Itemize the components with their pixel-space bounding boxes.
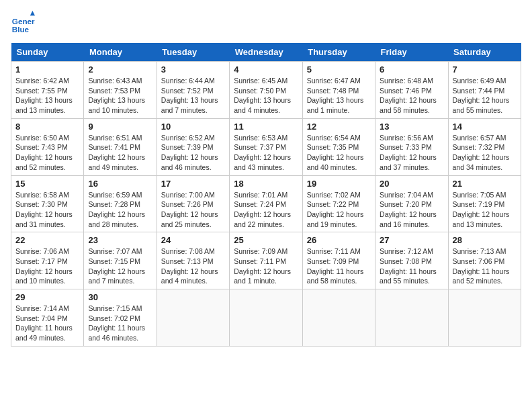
day-info: Sunrise: 6:45 AM Sunset: 7:50 PM Dayligh…: [234, 76, 298, 116]
day-number: 27: [380, 235, 443, 245]
day-number: 20: [380, 179, 443, 189]
calendar-week-row: 8Sunrise: 6:50 AM Sunset: 7:43 PM Daylig…: [11, 118, 521, 175]
calendar-cell: [157, 289, 229, 347]
logo: General Blue: [11, 11, 38, 35]
day-number: 30: [88, 292, 152, 302]
calendar-week-row: 29Sunrise: 7:14 AM Sunset: 7:04 PM Dayli…: [11, 289, 521, 347]
day-info: Sunrise: 7:15 AM Sunset: 7:02 PM Dayligh…: [88, 304, 152, 343]
day-info: Sunrise: 7:07 AM Sunset: 7:15 PM Dayligh…: [88, 246, 152, 286]
day-info: Sunrise: 6:44 AM Sunset: 7:52 PM Dayligh…: [161, 76, 225, 116]
day-info: Sunrise: 7:06 AM Sunset: 7:17 PM Dayligh…: [15, 246, 79, 286]
weekday-header-row: SundayMondayTuesdayWednesdayThursdayFrid…: [11, 43, 521, 62]
day-info: Sunrise: 6:52 AM Sunset: 7:39 PM Dayligh…: [161, 133, 225, 173]
day-info: Sunrise: 7:12 AM Sunset: 7:08 PM Dayligh…: [380, 246, 443, 286]
calendar-cell: 11Sunrise: 6:53 AM Sunset: 7:37 PM Dayli…: [230, 118, 302, 175]
day-number: 13: [380, 122, 443, 132]
calendar-cell: 21Sunrise: 7:05 AM Sunset: 7:19 PM Dayli…: [448, 175, 521, 232]
day-info: Sunrise: 6:56 AM Sunset: 7:33 PM Dayligh…: [380, 133, 443, 173]
calendar-cell: 20Sunrise: 7:04 AM Sunset: 7:20 PM Dayli…: [375, 175, 448, 232]
day-number: 28: [453, 235, 517, 245]
day-number: 10: [161, 122, 225, 132]
day-number: 14: [453, 122, 517, 132]
day-info: Sunrise: 7:08 AM Sunset: 7:13 PM Dayligh…: [161, 246, 225, 286]
day-info: Sunrise: 6:49 AM Sunset: 7:44 PM Dayligh…: [453, 76, 517, 116]
svg-text:General: General: [12, 17, 35, 26]
weekday-header-cell: Tuesday: [157, 43, 229, 62]
calendar-cell: 16Sunrise: 6:59 AM Sunset: 7:28 PM Dayli…: [84, 175, 157, 232]
day-number: 5: [307, 64, 371, 75]
day-number: 8: [15, 122, 79, 132]
calendar-cell: [375, 289, 448, 347]
day-number: 19: [307, 179, 371, 189]
calendar-cell: 8Sunrise: 6:50 AM Sunset: 7:43 PM Daylig…: [11, 118, 84, 175]
day-info: Sunrise: 7:05 AM Sunset: 7:19 PM Dayligh…: [453, 190, 517, 230]
day-info: Sunrise: 7:14 AM Sunset: 7:04 PM Dayligh…: [15, 304, 79, 343]
day-info: Sunrise: 7:13 AM Sunset: 7:06 PM Dayligh…: [453, 246, 517, 286]
calendar-cell: 15Sunrise: 6:58 AM Sunset: 7:30 PM Dayli…: [11, 175, 84, 232]
day-info: Sunrise: 6:57 AM Sunset: 7:32 PM Dayligh…: [453, 133, 517, 173]
svg-marker-2: [30, 11, 35, 15]
day-info: Sunrise: 7:01 AM Sunset: 7:24 PM Dayligh…: [234, 190, 298, 230]
calendar-cell: [302, 289, 375, 347]
calendar-cell: 10Sunrise: 6:52 AM Sunset: 7:39 PM Dayli…: [157, 118, 229, 175]
day-number: 24: [161, 235, 225, 245]
calendar-cell: 18Sunrise: 7:01 AM Sunset: 7:24 PM Dayli…: [230, 175, 302, 232]
calendar-cell: 26Sunrise: 7:11 AM Sunset: 7:09 PM Dayli…: [302, 232, 375, 289]
day-info: Sunrise: 6:42 AM Sunset: 7:55 PM Dayligh…: [15, 76, 79, 116]
calendar-cell: 29Sunrise: 7:14 AM Sunset: 7:04 PM Dayli…: [11, 289, 84, 347]
calendar-cell: 27Sunrise: 7:12 AM Sunset: 7:08 PM Dayli…: [375, 232, 448, 289]
day-info: Sunrise: 7:04 AM Sunset: 7:20 PM Dayligh…: [380, 190, 443, 230]
svg-text:Blue: Blue: [12, 25, 30, 34]
day-number: 18: [234, 179, 298, 189]
calendar-week-row: 1Sunrise: 6:42 AM Sunset: 7:55 PM Daylig…: [11, 62, 521, 119]
calendar-cell: 7Sunrise: 6:49 AM Sunset: 7:44 PM Daylig…: [448, 62, 521, 119]
day-info: Sunrise: 6:47 AM Sunset: 7:48 PM Dayligh…: [307, 76, 371, 116]
weekday-header-cell: Monday: [84, 43, 157, 62]
day-number: 7: [453, 64, 517, 75]
calendar-cell: 1Sunrise: 6:42 AM Sunset: 7:55 PM Daylig…: [11, 62, 84, 119]
day-number: 6: [380, 64, 443, 75]
calendar-week-row: 15Sunrise: 6:58 AM Sunset: 7:30 PM Dayli…: [11, 175, 521, 232]
day-number: 11: [234, 122, 298, 132]
day-info: Sunrise: 6:48 AM Sunset: 7:46 PM Dayligh…: [380, 76, 443, 116]
day-number: 15: [15, 179, 79, 189]
calendar-cell: 2Sunrise: 6:43 AM Sunset: 7:53 PM Daylig…: [84, 62, 157, 119]
weekday-header-cell: Wednesday: [230, 43, 302, 62]
day-number: 17: [161, 179, 225, 189]
calendar-cell: [448, 289, 521, 347]
calendar-cell: 30Sunrise: 7:15 AM Sunset: 7:02 PM Dayli…: [84, 289, 157, 347]
calendar-body: 1Sunrise: 6:42 AM Sunset: 7:55 PM Daylig…: [11, 62, 521, 347]
day-number: 22: [15, 235, 79, 245]
day-info: Sunrise: 7:00 AM Sunset: 7:26 PM Dayligh…: [161, 190, 225, 230]
day-info: Sunrise: 6:59 AM Sunset: 7:28 PM Dayligh…: [88, 190, 152, 230]
day-number: 26: [307, 235, 371, 245]
calendar-cell: 22Sunrise: 7:06 AM Sunset: 7:17 PM Dayli…: [11, 232, 84, 289]
calendar-cell: 19Sunrise: 7:02 AM Sunset: 7:22 PM Dayli…: [302, 175, 375, 232]
weekday-header-cell: Friday: [375, 43, 448, 62]
day-number: 16: [88, 179, 152, 189]
day-number: 4: [234, 64, 298, 75]
calendar-cell: 12Sunrise: 6:54 AM Sunset: 7:35 PM Dayli…: [302, 118, 375, 175]
day-number: 12: [307, 122, 371, 132]
weekday-header-cell: Thursday: [302, 43, 375, 62]
logo-icon: General Blue: [11, 11, 35, 35]
header: General Blue: [11, 11, 521, 35]
day-info: Sunrise: 6:43 AM Sunset: 7:53 PM Dayligh…: [88, 76, 152, 116]
calendar-cell: 17Sunrise: 7:00 AM Sunset: 7:26 PM Dayli…: [157, 175, 229, 232]
day-info: Sunrise: 6:58 AM Sunset: 7:30 PM Dayligh…: [15, 190, 79, 230]
calendar-cell: 3Sunrise: 6:44 AM Sunset: 7:52 PM Daylig…: [157, 62, 229, 119]
calendar-week-row: 22Sunrise: 7:06 AM Sunset: 7:17 PM Dayli…: [11, 232, 521, 289]
day-number: 3: [161, 64, 225, 75]
calendar-cell: 13Sunrise: 6:56 AM Sunset: 7:33 PM Dayli…: [375, 118, 448, 175]
weekday-header-cell: Sunday: [11, 43, 84, 62]
day-info: Sunrise: 6:54 AM Sunset: 7:35 PM Dayligh…: [307, 133, 371, 173]
day-info: Sunrise: 7:02 AM Sunset: 7:22 PM Dayligh…: [307, 190, 371, 230]
day-number: 25: [234, 235, 298, 245]
weekday-header-cell: Saturday: [448, 43, 521, 62]
calendar-cell: 9Sunrise: 6:51 AM Sunset: 7:41 PM Daylig…: [84, 118, 157, 175]
day-number: 9: [88, 122, 152, 132]
calendar-cell: 6Sunrise: 6:48 AM Sunset: 7:46 PM Daylig…: [375, 62, 448, 119]
calendar-cell: 25Sunrise: 7:09 AM Sunset: 7:11 PM Dayli…: [230, 232, 302, 289]
calendar-cell: 5Sunrise: 6:47 AM Sunset: 7:48 PM Daylig…: [302, 62, 375, 119]
day-info: Sunrise: 6:51 AM Sunset: 7:41 PM Dayligh…: [88, 133, 152, 173]
